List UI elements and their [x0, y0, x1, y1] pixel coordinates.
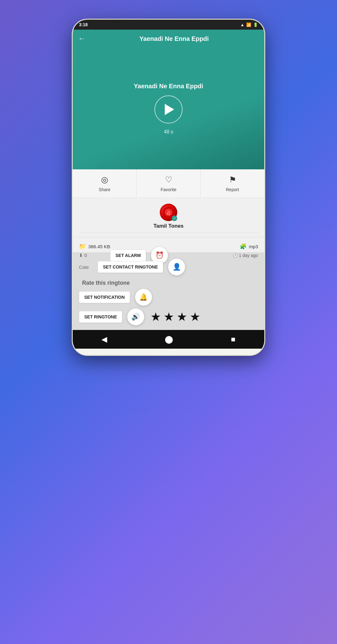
rate-section: Rate this ringtone SET NOTIFICATION 🔔 SE… [73, 275, 264, 330]
category-partial-label: Cate [79, 264, 89, 270]
format-container: 🧩 mp3 [240, 243, 258, 250]
set-contact-ringtone-icon-button[interactable]: 👤 [168, 259, 185, 275]
wifi-icon: 📶 [246, 22, 251, 27]
star-1[interactable]: ★ [150, 310, 161, 324]
folder-icon: 📁 [79, 243, 86, 250]
rate-title: Rate this ringtone [82, 280, 130, 286]
report-label: Report [226, 187, 239, 192]
play-button[interactable] [154, 95, 183, 123]
toolbar-title: Yaenadi Ne Enna Eppdi [90, 35, 259, 42]
star-3[interactable]: ★ [177, 310, 187, 324]
svg-text:♫: ♫ [166, 210, 171, 216]
player-area: Yaenadi Ne Enna Eppdi 48 s [73, 48, 264, 169]
status-bar: 3:18 ▲ 📶 🔋 [73, 20, 264, 30]
info-section: ♫ ✓ Tamil Tones [73, 198, 264, 237]
favorite-label: Favorite [161, 187, 177, 192]
stars-row: ★ ★ ★ ★ [148, 308, 200, 326]
status-icons: ▲ 📶 🔋 [240, 22, 258, 27]
star-4[interactable]: ★ [190, 310, 200, 324]
verified-badge: ✓ [172, 215, 177, 221]
phone-bottom [73, 349, 264, 355]
nav-home-button[interactable]: ⬤ [165, 335, 173, 344]
star-2[interactable]: ★ [164, 310, 174, 324]
set-ringtone-icon-button[interactable]: 🔊 [127, 308, 144, 325]
file-size-container: 📁 386.45 KB [79, 243, 110, 250]
back-button[interactable]: ← [78, 35, 85, 43]
report-button[interactable]: ⚑ Report [201, 169, 264, 198]
upload-time: 🕐 1 day ago [232, 253, 258, 258]
set-notification-button[interactable]: SET NOTIFICATION [79, 291, 130, 303]
share-icon: ◎ [101, 175, 108, 185]
flag-icon: ⚑ [229, 175, 236, 185]
app-logo-container: ♫ ✓ [160, 204, 177, 221]
meta-section: 📁 386.45 KB 🧩 mp3 ⬇ 0 SET ALARM ⏰ 🕐 1 da… [73, 237, 264, 275]
share-button[interactable]: ◎ Share [73, 169, 137, 198]
info-divider [79, 232, 258, 233]
set-notification-icon-button[interactable]: 🔔 [135, 289, 152, 306]
share-label: Share [99, 187, 110, 192]
nav-bar: ◀ ⬤ ■ [73, 330, 264, 349]
download-icon: ⬇ 0 [79, 253, 87, 258]
set-contact-ringtone-button[interactable]: SET CONTACT RINGTONE [98, 261, 163, 273]
meta-row-file: 📁 386.45 KB 🧩 mp3 [79, 240, 258, 252]
favorite-button[interactable]: ♡ Favorite [137, 169, 201, 198]
battery-icon: 🔋 [253, 22, 258, 27]
puzzle-icon: 🧩 [240, 243, 247, 250]
heart-icon: ♡ [165, 175, 172, 185]
nav-back-button[interactable]: ◀ [101, 335, 107, 344]
file-size: 386.45 KB [88, 244, 110, 249]
duration-label: 48 s [164, 129, 173, 135]
status-time: 3:18 [79, 22, 88, 27]
app-name: Tamil Tones [154, 223, 184, 229]
action-row: ◎ Share ♡ Favorite ⚑ Report [73, 169, 264, 198]
song-title: Yaenadi Ne Enna Eppdi [134, 83, 203, 90]
set-ringtone-button[interactable]: SET RINGTONE [79, 311, 122, 323]
signal-icon: ▲ [240, 22, 244, 27]
file-format: mp3 [249, 244, 258, 249]
phone-frame: 3:18 ▲ 📶 🔋 ← Yaenadi Ne Enna Eppdi Yaena… [72, 19, 265, 356]
play-icon [165, 104, 174, 115]
nav-recent-button[interactable]: ■ [231, 335, 236, 344]
toolbar: ← Yaenadi Ne Enna Eppdi [73, 30, 264, 48]
